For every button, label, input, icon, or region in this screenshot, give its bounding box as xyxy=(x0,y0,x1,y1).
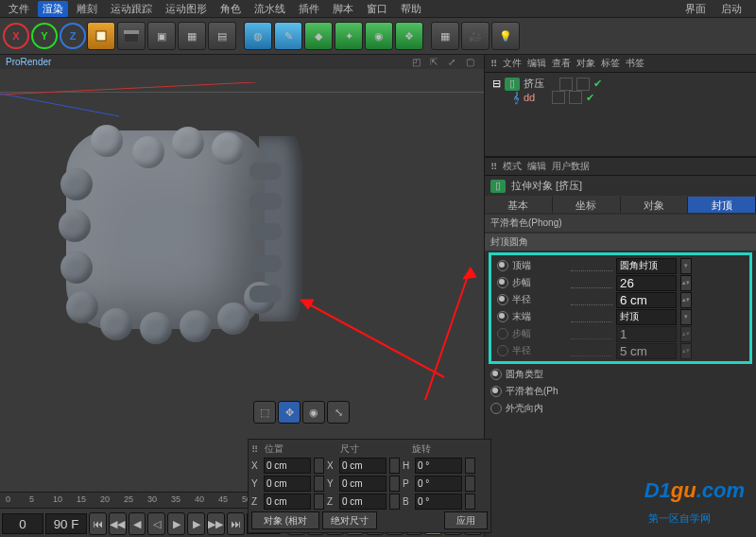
sphere-icon[interactable]: ◉ xyxy=(365,22,393,50)
object-spline[interactable]: 𝄞 dd ✔ xyxy=(492,91,748,104)
live-select-icon[interactable]: ⬚ xyxy=(253,401,276,424)
enable-check-icon[interactable]: ✔ xyxy=(593,78,602,90)
axis-y-button[interactable]: Y xyxy=(31,23,58,49)
vis-editor-icon[interactable] xyxy=(552,91,565,104)
next-key-icon[interactable]: ▶▶ xyxy=(207,512,225,535)
objtab[interactable]: 对象 xyxy=(576,57,595,70)
deformer-icon[interactable]: ✦ xyxy=(335,22,363,50)
prev-key-icon[interactable]: ◀◀ xyxy=(109,512,127,535)
clapper-icon[interactable] xyxy=(117,22,146,50)
render-icon[interactable]: ▣ xyxy=(147,22,176,50)
object-manager[interactable]: ⊟ ▯ 挤压 ✔ 𝄞 dd ✔ xyxy=(485,73,756,157)
play-back-icon[interactable]: ◁ xyxy=(147,512,165,535)
field-input[interactable] xyxy=(616,343,677,359)
field-input[interactable] xyxy=(616,292,677,308)
rot-Z[interactable] xyxy=(415,494,462,510)
vis-render-icon[interactable] xyxy=(576,78,590,91)
light-icon[interactable]: 💡 xyxy=(491,22,520,50)
viewport-controls[interactable]: ◰ ⇱ ⤢ ▢ xyxy=(412,57,484,67)
start-label[interactable]: 启动 xyxy=(716,1,747,17)
goto-start-icon[interactable]: ⏮ xyxy=(89,512,107,535)
attr-menu[interactable]: 模式 xyxy=(503,160,522,173)
field-drop[interactable]: 封顶 xyxy=(616,309,677,325)
render-engine-label[interactable]: ProRender xyxy=(6,57,51,67)
pos-Z[interactable] xyxy=(264,494,311,510)
menu-运动图形[interactable]: 运动图形 xyxy=(161,1,212,17)
viewport-3d[interactable]: 网格间距 : 10000 cm xyxy=(0,69,484,492)
prev-frame-icon[interactable]: ◀ xyxy=(129,512,146,535)
cube-icon[interactable] xyxy=(87,22,115,50)
objtab[interactable]: 书签 xyxy=(626,57,644,70)
spinner-icon[interactable]: ▴▾ xyxy=(680,275,692,291)
coord-size-drop[interactable]: 绝对尺寸 xyxy=(322,511,377,529)
objtab[interactable]: 查看 xyxy=(552,57,571,70)
field-input[interactable] xyxy=(616,326,677,342)
menu-雕刻[interactable]: 雕刻 xyxy=(72,1,102,17)
tab-coord[interactable]: 坐标 xyxy=(553,197,621,213)
apply-button[interactable]: 应用 xyxy=(444,511,488,529)
render-settings-icon[interactable]: ▤ xyxy=(208,22,236,50)
play-icon[interactable]: ▶ xyxy=(167,512,185,535)
menu-文件[interactable]: 文件 xyxy=(4,1,34,17)
rot-X[interactable] xyxy=(415,458,462,474)
menu-流水线[interactable]: 流水线 xyxy=(249,1,290,17)
axis-x-button[interactable]: X xyxy=(3,23,29,49)
attr-menu[interactable]: 编辑 xyxy=(527,160,546,173)
phong-row[interactable]: 平滑着色(Phong) xyxy=(485,215,756,232)
highlighted-box: 顶端圆角封顶▾步幅▴▾半径▴▾末端封顶▾步幅▴▾半径▴▾ xyxy=(489,252,752,364)
pos-Y[interactable] xyxy=(264,476,311,492)
generator-icon[interactable]: ◆ xyxy=(304,22,333,50)
field-label: 平滑着色(Ph xyxy=(506,385,560,398)
frame-start-field[interactable] xyxy=(2,513,43,534)
object-extrude[interactable]: ⊟ ▯ 挤压 ✔ xyxy=(492,77,748,91)
menu-窗口[interactable]: 窗口 xyxy=(362,1,392,17)
size-X[interactable] xyxy=(339,458,387,474)
primitive-cube-icon[interactable]: ◍ xyxy=(244,22,272,50)
frame-end-field[interactable] xyxy=(45,513,87,534)
enable-check-icon[interactable]: ✔ xyxy=(586,92,594,104)
camera-icon[interactable]: 🎥 xyxy=(461,22,490,50)
size-Z[interactable] xyxy=(339,494,387,510)
attr-menu[interactable]: 用户数据 xyxy=(552,160,590,173)
axis-z-button[interactable]: Z xyxy=(60,23,86,49)
field-input[interactable] xyxy=(616,275,677,291)
menu-脚本[interactable]: 脚本 xyxy=(328,1,358,17)
drop-arrow-icon[interactable]: ▾ xyxy=(680,309,692,325)
vis-render-icon[interactable] xyxy=(569,91,582,104)
objtab[interactable]: 编辑 xyxy=(527,57,546,70)
spinner-icon[interactable]: ▴▾ xyxy=(680,343,692,359)
field-drop[interactable]: 圆角封顶 xyxy=(616,258,677,274)
coord-mode-drop[interactable]: 对象 (相对 xyxy=(251,511,319,529)
tab-basic[interactable]: 基本 xyxy=(485,197,553,213)
spinner-icon[interactable]: ▴▾ xyxy=(680,292,692,308)
tab-object[interactable]: 对象 xyxy=(621,197,689,213)
objtab[interactable]: 标签 xyxy=(601,57,620,70)
move-tool-icon[interactable]: ✥ xyxy=(278,401,301,424)
menu-角色[interactable]: 角色 xyxy=(215,1,246,17)
tab-caps[interactable]: 封顶 xyxy=(688,197,756,213)
next-frame-icon[interactable]: ▶ xyxy=(187,512,205,535)
menu-渲染[interactable]: 渲染 xyxy=(38,1,68,17)
radio-icon[interactable] xyxy=(497,328,508,339)
menu-插件[interactable]: 插件 xyxy=(294,1,324,17)
spline-pen-icon[interactable]: ✎ xyxy=(274,22,302,50)
rotate-tool-icon[interactable]: ◉ xyxy=(302,401,325,424)
layout-label[interactable]: 界面 xyxy=(680,1,711,17)
pos-X[interactable] xyxy=(264,458,311,474)
scale-tool-icon[interactable]: ⤡ xyxy=(327,401,350,424)
rot-Y[interactable] xyxy=(415,476,462,492)
picture-icon[interactable]: ▦ xyxy=(178,22,206,50)
field-label: 圆角类型 xyxy=(506,368,560,381)
effector-icon[interactable]: ❖ xyxy=(395,22,423,50)
menu-帮助[interactable]: 帮助 xyxy=(396,1,426,17)
goto-end-icon[interactable]: ⏭ xyxy=(227,512,245,535)
vis-editor-icon[interactable] xyxy=(559,78,573,91)
radio-icon[interactable] xyxy=(497,345,508,356)
floor-icon[interactable]: ▦ xyxy=(431,22,459,50)
menu-运动跟踪[interactable]: 运动跟踪 xyxy=(106,1,157,17)
spinner-icon[interactable]: ▴▾ xyxy=(680,326,692,342)
drop-arrow-icon[interactable]: ▾ xyxy=(680,258,692,274)
expand-icon[interactable]: ⊟ xyxy=(492,78,501,90)
objtab[interactable]: 文件 xyxy=(503,57,522,70)
size-Y[interactable] xyxy=(339,476,387,492)
